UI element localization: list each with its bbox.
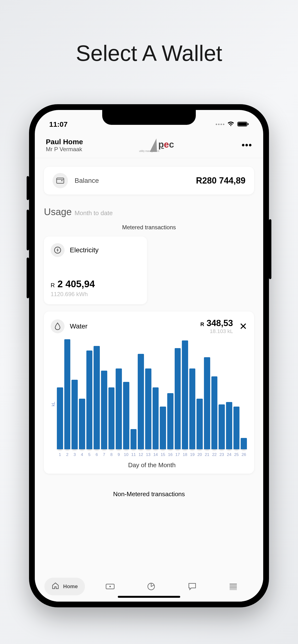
chart-xtick: 21 [204,452,210,457]
water-units: 18.103 kL [200,328,233,334]
chart-xtick: 12 [138,452,144,457]
chart-xtick: 14 [153,452,159,457]
electricity-label: Electricity [70,246,99,254]
chart-bar[interactable] [189,368,196,449]
close-icon[interactable]: ✕ [239,321,247,332]
status-time: 11:07 [49,120,68,128]
chart-bar[interactable] [79,399,85,449]
app-header: Paul Home Mr P Vermaak pec utility manag… [35,132,263,158]
chart-bar[interactable] [138,354,144,449]
chart-bar[interactable] [226,402,232,449]
metered-section-label: Metered transactions [44,224,254,231]
chart-bar[interactable] [86,350,93,449]
chart-xtick: 25 [233,452,240,457]
chart-xtick: 15 [160,452,166,457]
water-chart: kL 1234567891011121314151617181920212223… [51,339,247,469]
usage-title: Usage [44,206,72,217]
chart-bar[interactable] [64,339,71,449]
svg-rect-3 [57,178,64,183]
chart-xtick: 24 [226,452,232,457]
chart-xtick: 17 [175,452,181,457]
chart-bar[interactable] [233,406,240,449]
chart-bar[interactable] [123,382,129,449]
balance-amount: R280 744,89 [196,176,245,186]
electricity-amount: R 2 405,94 [51,279,140,290]
home-indicator[interactable] [118,596,180,598]
chart-xtick: 4 [79,452,85,457]
nav-home-button[interactable]: Home [44,578,85,595]
chart-xtick: 16 [167,452,174,457]
chart-xtick: 5 [86,452,93,457]
electricity-card[interactable]: Electricity R 2 405,94 1120.696 kWh [44,236,147,304]
chart-bar[interactable] [72,380,78,449]
chart-xtick: 3 [72,452,78,457]
chart-xtick: 10 [123,452,129,457]
chart-xlabel: Day of the Month [56,462,247,469]
chart-xtick: 1 [57,452,63,457]
svg-point-7 [109,586,111,587]
balance-card[interactable]: Balance R280 744,89 [44,167,254,194]
owner-name: Mr P Vermaak [46,146,83,152]
chart-xtick: 11 [130,452,137,457]
chart-ylabel: kL [51,402,56,406]
nonmetered-section-label: Non-Metered transactions [44,490,254,498]
chart-bar[interactable] [57,388,63,449]
more-menu-button[interactable]: ••• [242,140,252,150]
wifi-icon [227,120,234,128]
water-label: Water [70,322,88,330]
svg-point-4 [61,180,63,181]
chart-bar[interactable] [130,429,137,449]
svg-rect-1 [238,122,247,126]
svg-rect-2 [248,123,249,125]
electricity-units: 1120.696 kWh [51,291,140,298]
home-icon [52,582,59,591]
chart-xtick: 8 [108,452,115,457]
chart-bar[interactable] [182,340,188,449]
wallet-icon [53,173,68,188]
chart-xtick: 19 [189,452,196,457]
chart-xtick: 13 [145,452,152,457]
nav-menu-button[interactable] [228,581,238,592]
nav-home-label: Home [63,584,78,590]
chart-bar[interactable] [241,438,247,449]
chart-bar[interactable] [108,388,115,449]
notch [102,110,196,125]
nav-usage-button[interactable] [146,581,157,592]
chart-bar[interactable] [145,368,152,449]
water-card: Water R 348,53 18.103 kL ✕ kL 1234567891… [44,312,254,474]
chart-xtick: 2 [64,452,71,457]
chart-xtick: 9 [116,452,122,457]
electricity-icon [51,243,65,257]
usage-subtitle: Month to date [75,210,113,217]
chart-bar[interactable] [167,393,174,449]
chart-bar[interactable] [211,376,218,449]
chart-xtick: 22 [211,452,218,457]
chart-bar[interactable] [175,348,181,449]
water-amount: R 348,53 [200,318,233,328]
phone-frame: 11:07 Paul Home Mr P Vermaak pec [29,104,269,607]
chart-bar[interactable] [153,388,159,449]
chart-bar[interactable] [116,368,122,449]
chart-bar[interactable] [197,399,203,449]
promo-title: Select A Wallet [0,41,298,66]
chart-xtick: 20 [197,452,203,457]
chart-bar[interactable] [219,404,225,449]
cellular-icon [216,124,224,125]
brand-logo: pec utility management [151,138,174,152]
chart-bar[interactable] [160,406,166,449]
chart-bar[interactable] [204,357,210,449]
chart-xtick: 26 [241,452,247,457]
wallet-name: Paul Home [46,138,83,146]
water-icon [51,319,65,333]
chart-bar[interactable] [101,371,107,449]
chart-xtick: 7 [101,452,107,457]
battery-icon [237,120,249,128]
chart-xtick: 18 [182,452,188,457]
chart-xtick: 23 [219,452,225,457]
balance-label: Balance [75,177,189,184]
chart-bar[interactable] [94,346,100,449]
chart-xtick: 6 [94,452,100,457]
nav-wallet-button[interactable] [105,581,115,592]
nav-chat-button[interactable] [187,581,198,592]
